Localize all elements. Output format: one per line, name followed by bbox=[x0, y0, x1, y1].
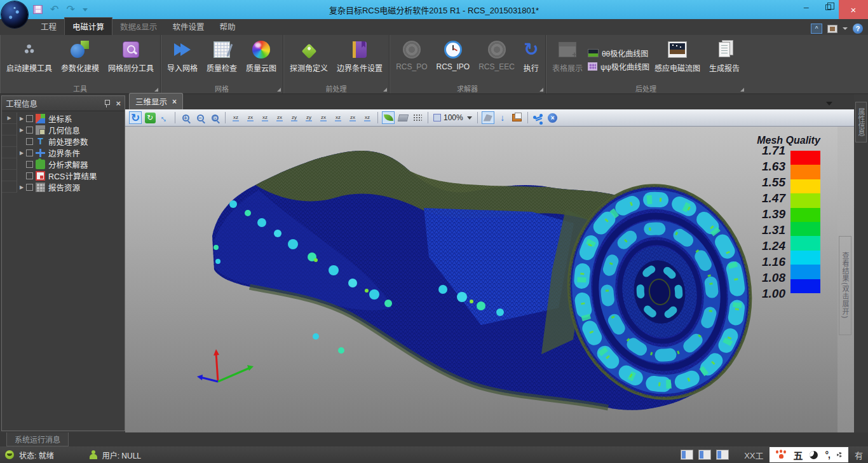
layout-button-3[interactable] bbox=[716, 450, 729, 460]
close-view-button[interactable]: × bbox=[546, 111, 559, 124]
shaded-mode-button[interactable] bbox=[382, 111, 395, 124]
tree-item-solver[interactable]: 分析求解器 bbox=[2, 158, 125, 170]
launch-modeling-tool-button[interactable]: 启动建模工具 bbox=[3, 36, 56, 83]
panel-close-icon[interactable]: × bbox=[116, 99, 121, 108]
ime-settings-gear-icon[interactable] bbox=[837, 452, 842, 457]
table-display-button[interactable]: 表格展示 bbox=[548, 36, 587, 83]
tab-data-display[interactable]: 数据&显示 bbox=[112, 18, 165, 35]
detect-angle-button[interactable]: 探测角定义 bbox=[286, 36, 332, 83]
dialog-launcher-icon[interactable] bbox=[277, 88, 281, 92]
view-plane-button-5[interactable]: zy bbox=[288, 111, 301, 124]
collapse-ribbon-icon[interactable]: ^ bbox=[811, 24, 822, 34]
view-plane-button-1[interactable]: xz bbox=[229, 111, 242, 124]
fit-view-button[interactable]: ↔ bbox=[158, 111, 171, 124]
zoom-in-button[interactable]: + bbox=[179, 111, 192, 124]
view-plane-button-7[interactable]: zx bbox=[317, 111, 330, 124]
tree-item-boundary-condition[interactable]: ▶ 边界条件 bbox=[2, 147, 125, 158]
view-plane-button-10[interactable]: xz bbox=[361, 111, 374, 124]
view-plane-button-3[interactable]: xz bbox=[259, 111, 271, 124]
theta-polarization-curve-button[interactable]: θθ极化曲线图 bbox=[588, 48, 649, 59]
tree-item-preprocess-params[interactable]: T 前处理参数 bbox=[2, 135, 125, 147]
app-logo-icon[interactable] bbox=[1, 1, 28, 28]
window-style-icon[interactable] bbox=[827, 25, 837, 33]
layout-button-2[interactable] bbox=[698, 450, 711, 460]
zoom-level-dropdown[interactable]: 100% bbox=[432, 113, 473, 122]
plane-mode-button[interactable] bbox=[397, 111, 409, 124]
psi-polarization-curve-button[interactable]: ψψ极化曲线图 bbox=[588, 61, 649, 72]
dialog-launcher-icon[interactable] bbox=[383, 88, 387, 92]
tab-settings[interactable]: 软件设置 bbox=[165, 18, 212, 35]
tab-project[interactable]: 工程 bbox=[33, 18, 64, 35]
expand-icon[interactable]: ▶ bbox=[17, 116, 26, 121]
copy-view-button[interactable] bbox=[511, 111, 524, 124]
zoom-level-value: 100% bbox=[444, 113, 463, 122]
expand-icon[interactable]: ▶ bbox=[17, 150, 26, 156]
tree-item-coordinate-system[interactable]: ▶ ▶ 坐标系 bbox=[2, 113, 125, 124]
tab-help[interactable]: 帮助 bbox=[212, 18, 243, 35]
view-plane-button-9[interactable]: zx bbox=[346, 111, 359, 124]
induced-current-map-button[interactable]: 感应电磁流图 bbox=[651, 36, 704, 83]
close-circle-icon: × bbox=[548, 113, 557, 123]
checkbox[interactable] bbox=[26, 161, 33, 168]
parametric-modeling-button[interactable]: 参数化建模 bbox=[57, 36, 103, 83]
tree-item-report-resources[interactable]: ▶ 报告资源 bbox=[2, 181, 125, 193]
moon-icon[interactable] bbox=[810, 451, 818, 459]
link-nodes-button[interactable] bbox=[532, 111, 545, 124]
execute-button[interactable]: ↻ 执行 bbox=[520, 36, 543, 83]
zoom-out-button[interactable]: − bbox=[194, 111, 207, 124]
expand-icon[interactable]: ▶ bbox=[17, 184, 26, 190]
checkbox[interactable] bbox=[26, 149, 33, 156]
rotate-view-button[interactable]: ↻ bbox=[129, 111, 142, 124]
checkbox[interactable] bbox=[26, 127, 33, 134]
clip-view-button[interactable] bbox=[482, 111, 494, 124]
view-plane-button-6[interactable]: zy bbox=[302, 111, 315, 124]
copyright-text-right: 有 bbox=[855, 449, 863, 461]
tab-close-icon[interactable]: × bbox=[172, 97, 177, 106]
generate-report-button[interactable]: 生成报告 bbox=[705, 36, 743, 83]
quality-contour-button[interactable]: 质量云图 bbox=[242, 36, 280, 83]
points-mode-button[interactable] bbox=[411, 111, 424, 124]
dialog-launcher-icon[interactable] bbox=[154, 88, 158, 92]
zoom-window-button[interactable]: ⊡ bbox=[208, 111, 221, 124]
view-result-tab[interactable]: 查看结果(双击展开) bbox=[839, 236, 851, 335]
checkbox[interactable] bbox=[26, 138, 33, 145]
orbit-view-button[interactable]: ↻ bbox=[144, 111, 156, 124]
dialog-launcher-icon[interactable] bbox=[539, 88, 543, 92]
restore-button[interactable] bbox=[817, 0, 839, 14]
ime-mode-label[interactable]: 五 bbox=[793, 448, 803, 462]
rcs-po-button[interactable]: RCS_PO bbox=[392, 36, 431, 83]
drop-view-button[interactable]: ↓ bbox=[496, 111, 509, 124]
style-dropdown-icon[interactable] bbox=[843, 27, 848, 30]
property-info-tab[interactable]: 属性信息 bbox=[855, 102, 867, 142]
meshing-tool-button[interactable]: 网格剖分工具 bbox=[104, 36, 158, 83]
help-icon[interactable]: ? bbox=[853, 24, 863, 34]
tree-item-geometry-info[interactable]: ▶ 几何信息 bbox=[2, 124, 125, 135]
boundary-condition-button[interactable]: 边界条件设置 bbox=[333, 36, 386, 83]
tab-em-compute[interactable]: 电磁计算 bbox=[64, 17, 112, 35]
3d-canvas[interactable]: Mesh Quality 1.711.63 1.551.47 1.391.31 … bbox=[125, 127, 837, 432]
rcs-ipo-button[interactable]: RCS_IPO bbox=[432, 36, 473, 83]
view-plane-button-2[interactable]: zx bbox=[244, 111, 257, 124]
tab-overflow-icon[interactable] bbox=[826, 102, 832, 106]
group-label-tools: 工具 bbox=[73, 83, 87, 93]
tree-item-rcs-results[interactable]: RCS计算结果 bbox=[2, 170, 125, 181]
layout-button-1[interactable] bbox=[681, 450, 693, 460]
view-plane-button-8[interactable]: xz bbox=[332, 111, 344, 124]
rcs-eec-button[interactable]: RCS_EEC bbox=[475, 36, 519, 83]
ime-logo-icon[interactable] bbox=[776, 450, 786, 459]
dialog-launcher-icon[interactable] bbox=[740, 88, 744, 92]
checkbox[interactable] bbox=[26, 184, 33, 191]
ribbon-tab-row: 工程 电磁计算 数据&显示 软件设置 帮助 ^ ? bbox=[0, 19, 868, 35]
checkbox[interactable] bbox=[26, 115, 33, 122]
close-button[interactable]: × bbox=[839, 0, 868, 19]
pin-icon[interactable] bbox=[104, 100, 109, 107]
minimize-button[interactable]: – bbox=[796, 0, 817, 14]
tab-3d-display[interactable]: 三维显示 × bbox=[129, 93, 183, 109]
expand-icon[interactable]: ▶ bbox=[17, 127, 26, 133]
system-message-tab[interactable]: 系统运行消息 bbox=[6, 432, 69, 446]
view-plane-button-4[interactable]: zx bbox=[273, 111, 286, 124]
quality-check-button[interactable]: 质量检查 bbox=[203, 36, 241, 83]
import-mesh-button[interactable]: 导入网格 bbox=[163, 36, 201, 83]
checkbox[interactable] bbox=[26, 172, 33, 179]
punctuation-icon[interactable]: °, bbox=[825, 450, 830, 460]
